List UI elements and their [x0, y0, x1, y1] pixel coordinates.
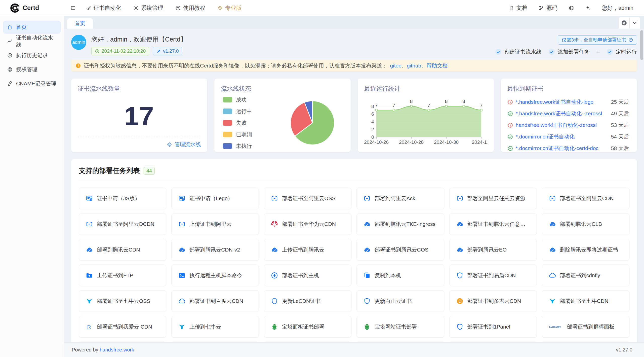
- deploy-task-card-25[interactable]: 部署证书到百度云CDN: [171, 290, 259, 312]
- deploy-task-card-33[interactable]: 宝塔网站证书部署: [356, 316, 444, 338]
- deploy-task-card-3[interactable]: 部署到阿里云Ack: [356, 188, 444, 209]
- notice-link-0[interactable]: gitee: [390, 63, 401, 68]
- nav-right-item-1[interactable]: 源码: [539, 4, 557, 12]
- deploy-task-card-29[interactable]: 部署证书至七牛CDN: [542, 290, 629, 312]
- deploy-task-card-31[interactable]: 上传到七牛云: [171, 316, 259, 338]
- deploy-task-card-24[interactable]: 部署证书至七牛云OSS: [79, 290, 166, 312]
- expiring-cert-link[interactable]: *.handsfree.work证书自动化-lego: [516, 98, 609, 105]
- deploy-task-card-21[interactable]: 复制到本机: [356, 265, 444, 286]
- history-icon: [7, 53, 13, 58]
- globe-button[interactable]: [569, 5, 574, 11]
- sparkles-button[interactable]: [585, 5, 591, 11]
- deploy-task-card-10[interactable]: 部署证书到腾讯云任意云资源: [449, 213, 537, 235]
- sidebar-item-0[interactable]: 首页: [3, 21, 61, 34]
- welcome-section: admin 您好，admin，欢迎使用【Certd】 2024-11-02 22…: [71, 35, 637, 55]
- shield-icon: [271, 297, 278, 305]
- cert-icon: [86, 195, 93, 202]
- handsfree-link[interactable]: handsfree.work: [100, 347, 134, 353]
- deploy-task-card-27[interactable]: 更新白山云证书: [356, 290, 444, 312]
- close-tab-button[interactable]: [619, 17, 629, 29]
- copy-icon: [363, 272, 371, 279]
- deploy-task-card-35[interactable]: Synology部署证书到群晖面板: [542, 316, 629, 338]
- notice-link-2[interactable]: 帮助文档: [426, 63, 448, 68]
- deploy-task-card-14[interactable]: 上传证书到腾讯云: [264, 239, 351, 261]
- quick-start-pill[interactable]: 仅需3步，全自动申请部署证书: [558, 35, 637, 45]
- deploy-task-card-23[interactable]: 部署证书到cdnfly: [542, 265, 629, 286]
- nav-right-item-0[interactable]: 文档: [509, 4, 528, 12]
- expiring-cert-link[interactable]: handsfree.work证书自动化-zerossl: [516, 122, 609, 129]
- quick-step-0[interactable]: 创建证书流水线: [495, 48, 541, 55]
- deploy-task-label: 部署证书至阿里云DCDN: [97, 221, 154, 228]
- deploy-task-card-26[interactable]: 更新LeCDN证书: [264, 290, 351, 312]
- legend-item-1[interactable]: 运行中: [223, 108, 252, 115]
- expiring-cert-link[interactable]: *.handsfree.work证书自动化--zerossl: [516, 110, 609, 117]
- gear-icon: [133, 5, 139, 11]
- quick-step-1[interactable]: 添加部署任务: [548, 48, 589, 55]
- legend-item-4[interactable]: 未执行: [223, 142, 252, 150]
- sidebar: 首页证书自动化流水线执行历史记录授权管理CNAME记录管理: [0, 16, 64, 357]
- legend-item-0[interactable]: 成功: [223, 96, 252, 103]
- x-tick-label: 2024-10-28: [399, 139, 424, 145]
- expiring-cert-link[interactable]: *.docmirror.cn证书自动化: [516, 133, 609, 140]
- deploy-task-card-9[interactable]: 部署到腾讯云TKE-ingress: [356, 213, 444, 235]
- deploy-task-card-13[interactable]: 部署到腾讯云CDN-v2: [171, 239, 259, 261]
- deploy-task-card-30[interactable]: 部署证书到我爱云 CDN: [79, 316, 166, 338]
- info-circle-red-icon: [507, 99, 513, 105]
- git-branch-icon: [539, 5, 544, 11]
- sidebar-item-1[interactable]: 证书自动化流水线: [3, 35, 61, 48]
- deploy-task-card-0[interactable]: 证书申请（JS版）: [79, 188, 166, 209]
- nav-item-3[interactable]: 专业版: [217, 4, 242, 12]
- nav-item-2[interactable]: 使用教程: [175, 4, 205, 12]
- legend-swatch: [223, 132, 232, 137]
- deploy-task-card-32[interactable]: 宝塔面板证书部署: [264, 316, 351, 338]
- deploy-task-card-11[interactable]: 部署到腾讯云CLB: [542, 213, 629, 235]
- deploy-task-card-17[interactable]: 删除腾讯云即将过期证书: [542, 239, 629, 261]
- collapse-sidebar-icon[interactable]: [70, 5, 76, 11]
- deploy-task-label: 部署证书到我爱云 CDN: [97, 323, 152, 330]
- synology-icon: Synology: [549, 324, 563, 329]
- deploy-task-card-34[interactable]: 部署证书到1Panel: [449, 316, 537, 338]
- nav-item-1[interactable]: 系统管理: [133, 4, 163, 12]
- legend-item-2[interactable]: 失败: [223, 119, 252, 126]
- quick-step-2[interactable]: 定时运行: [607, 48, 637, 55]
- deploy-task-card-19[interactable]: 执行远程主机脚本命令: [171, 265, 259, 286]
- recent-runs-area-chart: 024682024-10-262024-10-282024-10-302024-…: [364, 94, 487, 152]
- deploy-task-card-22[interactable]: 部署证书到易盾CDN: [449, 265, 537, 286]
- nav-item-0[interactable]: 证书自动化: [86, 4, 121, 12]
- deploy-task-card-6[interactable]: 部署证书至阿里云DCDN: [79, 213, 166, 235]
- tencent-icon: [86, 246, 93, 254]
- deploy-task-card-8[interactable]: 部署证书至华为云CDN: [264, 213, 351, 235]
- deploy-task-card-18[interactable]: 上传证书到FTP: [79, 265, 166, 286]
- deploy-task-card-1[interactable]: 证书申请（Lego）: [171, 188, 259, 209]
- sidebar-item-4[interactable]: CNAME记录管理: [3, 77, 61, 90]
- deploy-task-card-12[interactable]: 部署到腾讯云CDN: [79, 239, 166, 261]
- deploy-task-card-16[interactable]: 部署到腾讯云EO: [449, 239, 537, 261]
- scrollbar-thumb[interactable]: [640, 30, 643, 60]
- deploy-task-label: 部署证书至华为云CDN: [282, 221, 336, 228]
- deploy-task-card-4[interactable]: 部署至阿里云任意云资源: [449, 188, 537, 209]
- auth-icon: [7, 67, 13, 72]
- sidebar-item-2[interactable]: 执行历史记录: [3, 49, 61, 62]
- deploy-task-card-5[interactable]: 部署证书至阿里云CDN: [542, 188, 629, 209]
- deploy-task-card-2[interactable]: 部署证书至阿里云OSS: [264, 188, 351, 209]
- manage-pipelines-link[interactable]: 管理流水线: [78, 137, 201, 148]
- expiring-cert-days: 25 天后: [611, 98, 630, 105]
- quick-step-label: 添加部署任务: [558, 48, 589, 55]
- tab-home[interactable]: 首页: [67, 18, 93, 29]
- data-point-label: 8: [445, 99, 448, 104]
- deploy-task-card-7[interactable]: 上传证书到阿里云: [171, 213, 259, 235]
- expiring-cert-link[interactable]: *.docmirror.cn证书自动化-certd-doc: [516, 145, 609, 152]
- notice-link-1[interactable]: github: [407, 63, 421, 68]
- recent-runs-title: 最近运行统计: [364, 85, 487, 93]
- deploy-task-card-15[interactable]: 部署证书到腾讯云COS: [356, 239, 444, 261]
- legend-item-3[interactable]: 已取消: [223, 131, 252, 138]
- deploy-task-card-20[interactable]: 部署证书到主机: [264, 265, 351, 286]
- data-point-label: 7: [480, 103, 482, 108]
- tab-menu-button[interactable]: [629, 17, 640, 29]
- deploy-task-card-28[interactable]: 部署证书到多吉云CDN: [449, 290, 537, 312]
- user-menu[interactable]: 您好，admin: [602, 4, 633, 12]
- sidebar-item-3[interactable]: 授权管理: [3, 63, 61, 76]
- deploy-task-label: 上传证书到腾讯云: [282, 246, 324, 253]
- tencent-icon: [549, 246, 556, 254]
- pipeline-icon: [7, 39, 13, 44]
